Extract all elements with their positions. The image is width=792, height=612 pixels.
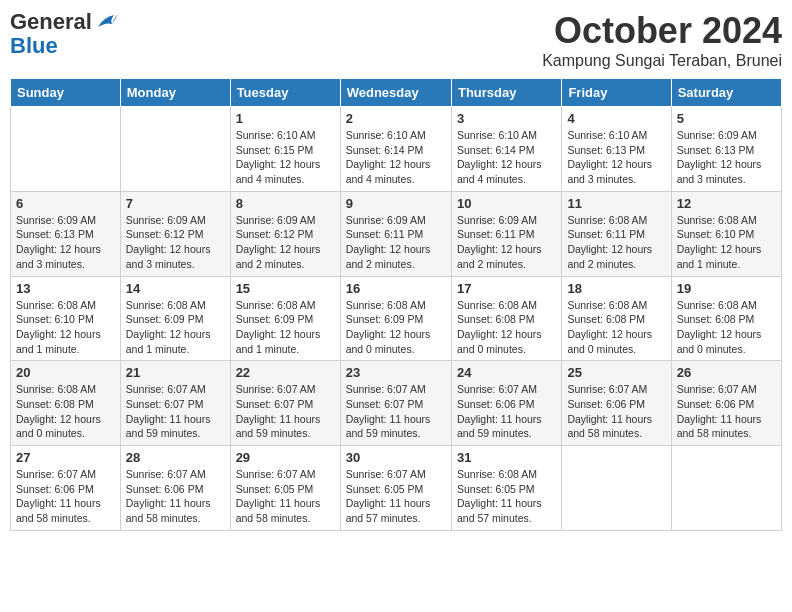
calendar-cell: 29Sunrise: 6:07 AM Sunset: 6:05 PM Dayli… bbox=[230, 446, 340, 531]
calendar-week-5: 27Sunrise: 6:07 AM Sunset: 6:06 PM Dayli… bbox=[11, 446, 782, 531]
day-number: 29 bbox=[236, 450, 335, 465]
day-detail: Sunrise: 6:07 AM Sunset: 6:06 PM Dayligh… bbox=[457, 382, 556, 441]
calendar-cell bbox=[120, 107, 230, 192]
location: Kampung Sungai Teraban, Brunei bbox=[542, 52, 782, 70]
calendar-cell: 12Sunrise: 6:08 AM Sunset: 6:10 PM Dayli… bbox=[671, 191, 781, 276]
day-detail: Sunrise: 6:10 AM Sunset: 6:13 PM Dayligh… bbox=[567, 128, 665, 187]
header-monday: Monday bbox=[120, 79, 230, 107]
calendar-cell: 19Sunrise: 6:08 AM Sunset: 6:08 PM Dayli… bbox=[671, 276, 781, 361]
calendar-cell: 10Sunrise: 6:09 AM Sunset: 6:11 PM Dayli… bbox=[451, 191, 561, 276]
calendar-week-2: 6Sunrise: 6:09 AM Sunset: 6:13 PM Daylig… bbox=[11, 191, 782, 276]
calendar-week-3: 13Sunrise: 6:08 AM Sunset: 6:10 PM Dayli… bbox=[11, 276, 782, 361]
day-number: 21 bbox=[126, 365, 225, 380]
day-number: 4 bbox=[567, 111, 665, 126]
day-detail: Sunrise: 6:08 AM Sunset: 6:11 PM Dayligh… bbox=[567, 213, 665, 272]
header-thursday: Thursday bbox=[451, 79, 561, 107]
day-detail: Sunrise: 6:07 AM Sunset: 6:07 PM Dayligh… bbox=[346, 382, 446, 441]
day-detail: Sunrise: 6:09 AM Sunset: 6:11 PM Dayligh… bbox=[457, 213, 556, 272]
calendar-cell: 2Sunrise: 6:10 AM Sunset: 6:14 PM Daylig… bbox=[340, 107, 451, 192]
day-number: 1 bbox=[236, 111, 335, 126]
day-detail: Sunrise: 6:08 AM Sunset: 6:08 PM Dayligh… bbox=[567, 298, 665, 357]
day-detail: Sunrise: 6:07 AM Sunset: 6:07 PM Dayligh… bbox=[126, 382, 225, 441]
calendar-week-1: 1Sunrise: 6:10 AM Sunset: 6:15 PM Daylig… bbox=[11, 107, 782, 192]
title-section: October 2024 Kampung Sungai Teraban, Bru… bbox=[542, 10, 782, 70]
calendar-cell: 9Sunrise: 6:09 AM Sunset: 6:11 PM Daylig… bbox=[340, 191, 451, 276]
header-saturday: Saturday bbox=[671, 79, 781, 107]
calendar-cell: 4Sunrise: 6:10 AM Sunset: 6:13 PM Daylig… bbox=[562, 107, 671, 192]
calendar-cell: 7Sunrise: 6:09 AM Sunset: 6:12 PM Daylig… bbox=[120, 191, 230, 276]
calendar-cell bbox=[562, 446, 671, 531]
day-number: 19 bbox=[677, 281, 776, 296]
day-detail: Sunrise: 6:07 AM Sunset: 6:05 PM Dayligh… bbox=[346, 467, 446, 526]
header-tuesday: Tuesday bbox=[230, 79, 340, 107]
logo-general: General bbox=[10, 9, 92, 34]
day-detail: Sunrise: 6:07 AM Sunset: 6:06 PM Dayligh… bbox=[567, 382, 665, 441]
day-detail: Sunrise: 6:09 AM Sunset: 6:12 PM Dayligh… bbox=[236, 213, 335, 272]
calendar-table: SundayMondayTuesdayWednesdayThursdayFrid… bbox=[10, 78, 782, 531]
logo-blue: Blue bbox=[10, 33, 58, 58]
day-number: 5 bbox=[677, 111, 776, 126]
day-detail: Sunrise: 6:08 AM Sunset: 6:08 PM Dayligh… bbox=[16, 382, 115, 441]
day-number: 11 bbox=[567, 196, 665, 211]
day-detail: Sunrise: 6:08 AM Sunset: 6:09 PM Dayligh… bbox=[346, 298, 446, 357]
day-number: 12 bbox=[677, 196, 776, 211]
day-detail: Sunrise: 6:08 AM Sunset: 6:10 PM Dayligh… bbox=[677, 213, 776, 272]
calendar-cell: 5Sunrise: 6:09 AM Sunset: 6:13 PM Daylig… bbox=[671, 107, 781, 192]
calendar-cell: 30Sunrise: 6:07 AM Sunset: 6:05 PM Dayli… bbox=[340, 446, 451, 531]
calendar-cell: 1Sunrise: 6:10 AM Sunset: 6:15 PM Daylig… bbox=[230, 107, 340, 192]
day-detail: Sunrise: 6:07 AM Sunset: 6:06 PM Dayligh… bbox=[126, 467, 225, 526]
day-number: 8 bbox=[236, 196, 335, 211]
calendar-cell: 20Sunrise: 6:08 AM Sunset: 6:08 PM Dayli… bbox=[11, 361, 121, 446]
day-number: 25 bbox=[567, 365, 665, 380]
calendar-cell: 16Sunrise: 6:08 AM Sunset: 6:09 PM Dayli… bbox=[340, 276, 451, 361]
day-number: 16 bbox=[346, 281, 446, 296]
day-number: 17 bbox=[457, 281, 556, 296]
calendar-cell: 11Sunrise: 6:08 AM Sunset: 6:11 PM Dayli… bbox=[562, 191, 671, 276]
calendar-cell: 28Sunrise: 6:07 AM Sunset: 6:06 PM Dayli… bbox=[120, 446, 230, 531]
calendar-cell: 15Sunrise: 6:08 AM Sunset: 6:09 PM Dayli… bbox=[230, 276, 340, 361]
calendar-header-row: SundayMondayTuesdayWednesdayThursdayFrid… bbox=[11, 79, 782, 107]
day-detail: Sunrise: 6:07 AM Sunset: 6:06 PM Dayligh… bbox=[677, 382, 776, 441]
day-detail: Sunrise: 6:10 AM Sunset: 6:15 PM Dayligh… bbox=[236, 128, 335, 187]
calendar-cell: 26Sunrise: 6:07 AM Sunset: 6:06 PM Dayli… bbox=[671, 361, 781, 446]
day-number: 24 bbox=[457, 365, 556, 380]
day-number: 31 bbox=[457, 450, 556, 465]
page-header: General Blue October 2024 Kampung Sungai… bbox=[10, 10, 782, 70]
day-number: 15 bbox=[236, 281, 335, 296]
day-number: 28 bbox=[126, 450, 225, 465]
day-number: 30 bbox=[346, 450, 446, 465]
calendar-cell: 14Sunrise: 6:08 AM Sunset: 6:09 PM Dayli… bbox=[120, 276, 230, 361]
day-number: 13 bbox=[16, 281, 115, 296]
day-number: 3 bbox=[457, 111, 556, 126]
day-number: 27 bbox=[16, 450, 115, 465]
calendar-cell bbox=[671, 446, 781, 531]
calendar-cell: 17Sunrise: 6:08 AM Sunset: 6:08 PM Dayli… bbox=[451, 276, 561, 361]
day-number: 10 bbox=[457, 196, 556, 211]
calendar-cell: 24Sunrise: 6:07 AM Sunset: 6:06 PM Dayli… bbox=[451, 361, 561, 446]
day-number: 6 bbox=[16, 196, 115, 211]
calendar-cell bbox=[11, 107, 121, 192]
day-number: 20 bbox=[16, 365, 115, 380]
day-number: 23 bbox=[346, 365, 446, 380]
day-detail: Sunrise: 6:10 AM Sunset: 6:14 PM Dayligh… bbox=[346, 128, 446, 187]
day-detail: Sunrise: 6:07 AM Sunset: 6:07 PM Dayligh… bbox=[236, 382, 335, 441]
calendar-cell: 6Sunrise: 6:09 AM Sunset: 6:13 PM Daylig… bbox=[11, 191, 121, 276]
day-detail: Sunrise: 6:08 AM Sunset: 6:08 PM Dayligh… bbox=[457, 298, 556, 357]
day-detail: Sunrise: 6:07 AM Sunset: 6:06 PM Dayligh… bbox=[16, 467, 115, 526]
calendar-cell: 25Sunrise: 6:07 AM Sunset: 6:06 PM Dayli… bbox=[562, 361, 671, 446]
calendar-cell: 18Sunrise: 6:08 AM Sunset: 6:08 PM Dayli… bbox=[562, 276, 671, 361]
day-number: 2 bbox=[346, 111, 446, 126]
logo-bird-icon bbox=[96, 12, 118, 32]
header-wednesday: Wednesday bbox=[340, 79, 451, 107]
day-detail: Sunrise: 6:10 AM Sunset: 6:14 PM Dayligh… bbox=[457, 128, 556, 187]
day-detail: Sunrise: 6:08 AM Sunset: 6:09 PM Dayligh… bbox=[236, 298, 335, 357]
day-number: 14 bbox=[126, 281, 225, 296]
day-detail: Sunrise: 6:08 AM Sunset: 6:09 PM Dayligh… bbox=[126, 298, 225, 357]
header-friday: Friday bbox=[562, 79, 671, 107]
day-detail: Sunrise: 6:08 AM Sunset: 6:10 PM Dayligh… bbox=[16, 298, 115, 357]
day-number: 22 bbox=[236, 365, 335, 380]
day-detail: Sunrise: 6:07 AM Sunset: 6:05 PM Dayligh… bbox=[236, 467, 335, 526]
month-title: October 2024 bbox=[542, 10, 782, 52]
calendar-cell: 8Sunrise: 6:09 AM Sunset: 6:12 PM Daylig… bbox=[230, 191, 340, 276]
calendar-cell: 23Sunrise: 6:07 AM Sunset: 6:07 PM Dayli… bbox=[340, 361, 451, 446]
